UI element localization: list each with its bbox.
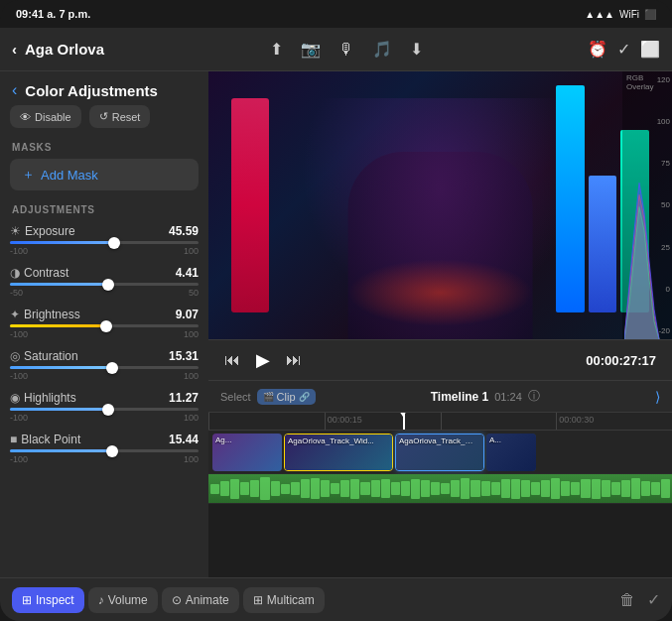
waveform-bar: [631, 478, 640, 499]
waveform-bar: [451, 480, 460, 496]
slider-min: -50: [10, 288, 23, 298]
exposure-slider[interactable]: [10, 241, 199, 244]
voiceover-icon[interactable]: 🎵: [372, 40, 392, 59]
clip-3-label: AgaOrlova_Track_CU03: [399, 436, 477, 445]
ruler-mark-0: [208, 413, 325, 430]
contrast-slider[interactable]: [10, 283, 199, 286]
waveform-bar: [501, 479, 510, 498]
video-clip-1[interactable]: Ag...: [212, 434, 282, 471]
waveform-bar: [360, 482, 369, 496]
waveform-bar: [381, 479, 390, 498]
highlights-adjustment: ◉ Highlights 11.27 -100 100: [0, 386, 208, 428]
contrast-label: ◑ Contrast: [10, 266, 68, 280]
select-label: Select: [220, 391, 251, 403]
waveform-bar: [371, 480, 380, 496]
timeline-ruler: 00:00:15 00:00:30: [208, 413, 672, 431]
waveform-bar: [260, 477, 269, 500]
play-button[interactable]: ▶: [256, 349, 270, 371]
saturation-label: ◎ Saturation: [10, 349, 78, 363]
video-clip-3[interactable]: AgaOrlova_Track_CU03: [395, 434, 484, 471]
audio-waveform: // Generate waveform bars const wbContai…: [208, 474, 672, 503]
mic-icon[interactable]: 🎙: [338, 41, 354, 59]
saturation-slider[interactable]: [10, 366, 199, 369]
exposure-label: ☀ Exposure: [10, 224, 75, 238]
share-down-icon[interactable]: ⬇: [410, 40, 423, 59]
waveform-bar: [431, 482, 440, 496]
eye-icon: 👁: [20, 111, 31, 123]
inspect-icon: ⊞: [22, 593, 32, 607]
forward-button[interactable]: ⏭: [286, 351, 302, 369]
check-icon[interactable]: ✓: [617, 40, 630, 59]
back-button[interactable]: ‹: [12, 41, 17, 58]
waveform-bar: [521, 480, 530, 496]
animate-button[interactable]: ⊙ Animate: [162, 587, 239, 613]
video-clip-4[interactable]: A...: [486, 434, 536, 471]
slider-max: 100: [184, 246, 199, 256]
highlights-slider[interactable]: [10, 408, 199, 411]
multicam-icon: ⊞: [253, 593, 263, 607]
controls-bar: ⏮ ▶ ⏭ 00:00:27:17: [208, 339, 672, 381]
status-time: 09:41 a. 7 p.m.: [16, 8, 90, 20]
share-up-icon[interactable]: ⬆: [270, 40, 283, 59]
waveform-bar: [571, 482, 580, 495]
panel-back-button[interactable]: ‹: [12, 81, 17, 99]
waveform-bar: [661, 479, 670, 498]
blackpoint-slider[interactable]: [10, 449, 199, 452]
ruler-mark-15: 00:00:15: [325, 413, 441, 430]
waveform-bar: [421, 480, 430, 498]
multicam-button[interactable]: ⊞ Multicam: [243, 587, 325, 613]
inspect-button[interactable]: ⊞ Inspect: [12, 587, 84, 613]
panel-header: ‹ Color Adjustments: [0, 71, 208, 105]
ruler-marks: 00:00:15 00:00:30: [208, 413, 672, 430]
panel-title: Color Adjustments: [25, 82, 158, 99]
main-container: ‹ Color Adjustments 👁 Disable ↺ Reset MA…: [0, 71, 672, 577]
bottom-toolbar: ⊞ Inspect ♪ Volume ⊙ Animate ⊞ Multicam …: [0, 577, 672, 621]
wifi-icon: WiFi: [619, 9, 639, 20]
histogram-overlay: RGB Overlay 120 100 75 50 25 0 -20: [622, 71, 672, 339]
waveform-bar: [401, 481, 410, 496]
waveform-bar: [291, 482, 300, 496]
camera-icon[interactable]: 📷: [301, 40, 321, 59]
waveform-bar: [230, 479, 239, 499]
signal-icon: ▲▲▲: [585, 9, 614, 20]
done-button[interactable]: ✓: [647, 590, 660, 609]
info-icon[interactable]: ⓘ: [528, 388, 540, 405]
add-mask-button[interactable]: ＋ Add Mask: [10, 159, 199, 190]
waveform-bar: [340, 480, 349, 498]
video-preview: RGB Overlay 120 100 75 50 25 0 -20: [208, 71, 672, 339]
contrast-adjustment: ◑ Contrast 4.41 -50 50: [0, 261, 208, 303]
timeline-title: Timeline 1: [431, 390, 488, 404]
waveform-bar: [391, 482, 400, 495]
display-icon[interactable]: ⬜: [640, 40, 660, 59]
blackpoint-adjustment: ■ Black Point 15.44 -100 100: [0, 428, 208, 469]
video-clip-2[interactable]: AgaOrlova_Track_Wid...: [284, 434, 393, 471]
brightness-value: 9.07: [176, 308, 199, 321]
clip-1-label: Ag...: [215, 435, 231, 444]
timeline-header: Select 🎬 Clip 🔗 Timeline 1 01:24 ⓘ ⟩: [208, 381, 672, 413]
saturation-value: 15.31: [169, 349, 199, 363]
volume-icon: ♪: [98, 593, 104, 607]
timeline-tracks: Ag... AgaOrlova_Track_Wid... AgaOrlova_T…: [208, 431, 672, 577]
brightness-slider[interactable]: [10, 324, 199, 327]
drum-glow: [347, 259, 533, 326]
slider-min: -100: [10, 246, 28, 256]
rewind-button[interactable]: ⏮: [224, 351, 240, 369]
delete-button[interactable]: 🗑: [619, 591, 635, 609]
top-bar-right: ⏰ ✓ ⬜: [588, 40, 660, 59]
volume-button[interactable]: ♪ Volume: [88, 587, 158, 613]
slider-max: 50: [189, 288, 199, 298]
slider-min: -100: [10, 454, 28, 464]
top-bar-left: ‹ Aga Orlova: [12, 41, 104, 58]
animate-icon: ⊙: [172, 593, 182, 607]
playhead-triangle: [399, 413, 407, 417]
clock-icon[interactable]: ⏰: [588, 40, 607, 59]
timeline-expand-button[interactable]: ⟩: [655, 389, 660, 405]
reset-button[interactable]: ↺ Reset: [89, 105, 151, 128]
disable-button[interactable]: 👁 Disable: [10, 105, 81, 128]
waveform-bar: [281, 484, 290, 494]
waveform-bar: [611, 482, 620, 496]
highlights-value: 11.27: [169, 391, 199, 405]
brightness-icon: ✦: [10, 308, 20, 321]
slider-max: 100: [184, 329, 199, 339]
neon-left: [231, 98, 268, 312]
